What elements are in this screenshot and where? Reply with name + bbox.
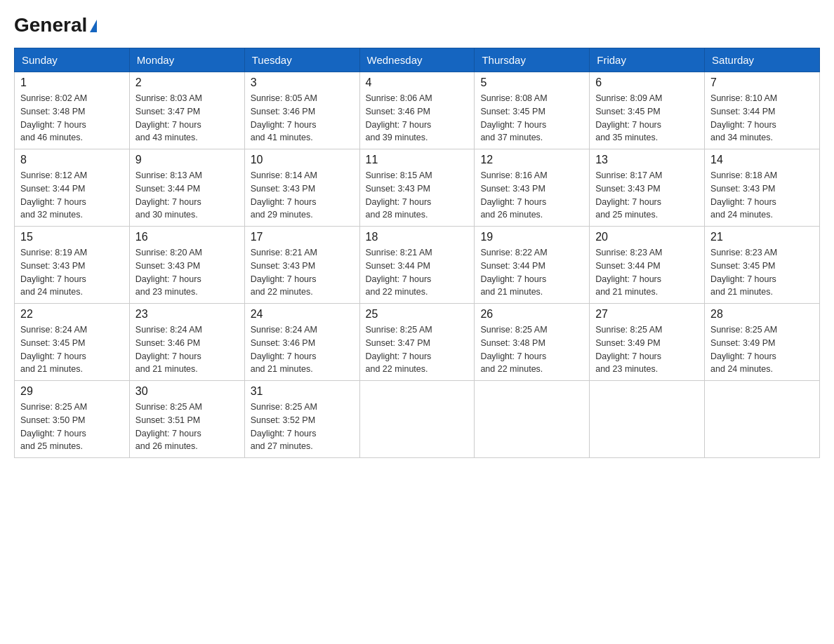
sunrise-text: Sunrise: 8:21 AM <box>251 248 317 257</box>
daylight-text: Daylight: 7 hours <box>595 197 661 207</box>
sunrise-text: Sunrise: 8:25 AM <box>135 402 202 412</box>
daylight-text: Daylight: 7 hours <box>595 274 661 284</box>
calendar-cell: 5 Sunrise: 8:08 AMSunset: 3:45 PMDayligh… <box>475 72 590 149</box>
sunrise-text: Sunrise: 8:25 AM <box>366 325 432 335</box>
daylight-minutes-text: and 21 minutes. <box>595 287 658 297</box>
sunrise-text: Sunrise: 8:25 AM <box>251 402 317 412</box>
sunset-text: Sunset: 3:43 PM <box>480 184 545 194</box>
daylight-text: Daylight: 7 hours <box>135 429 201 438</box>
daylight-text: Daylight: 7 hours <box>710 351 776 361</box>
daylight-text: Daylight: 7 hours <box>251 274 317 284</box>
day-number: 30 <box>135 385 239 398</box>
daylight-minutes-text: and 23 minutes. <box>135 287 198 297</box>
calendar-cell <box>359 381 475 458</box>
daylight-text: Daylight: 7 hours <box>480 197 546 207</box>
sunset-text: Sunset: 3:48 PM <box>480 338 545 348</box>
sunrise-text: Sunrise: 8:10 AM <box>710 93 777 103</box>
day-number: 24 <box>251 308 354 321</box>
daylight-text: Daylight: 7 hours <box>135 120 201 130</box>
day-info: Sunrise: 8:15 AMSunset: 3:43 PMDaylight:… <box>366 169 469 222</box>
daylight-text: Daylight: 7 hours <box>251 197 317 207</box>
day-number: 10 <box>251 154 354 166</box>
daylight-text: Daylight: 7 hours <box>480 120 546 130</box>
sunset-text: Sunset: 3:45 PM <box>480 107 545 116</box>
daylight-text: Daylight: 7 hours <box>595 120 661 130</box>
sunrise-text: Sunrise: 8:25 AM <box>595 325 662 335</box>
daylight-minutes-text: and 30 minutes. <box>135 210 198 220</box>
sunrise-text: Sunrise: 8:23 AM <box>710 248 777 257</box>
daylight-minutes-text: and 39 minutes. <box>366 133 428 142</box>
calendar-week-row: 29 Sunrise: 8:25 AMSunset: 3:50 PMDaylig… <box>15 381 820 458</box>
calendar-cell: 11 Sunrise: 8:15 AMSunset: 3:43 PMDaylig… <box>359 149 475 227</box>
daylight-text: Daylight: 7 hours <box>366 197 432 207</box>
day-info: Sunrise: 8:25 AMSunset: 3:49 PMDaylight:… <box>595 323 699 376</box>
calendar-cell: 17 Sunrise: 8:21 AMSunset: 3:43 PMDaylig… <box>244 227 359 304</box>
calendar-cell <box>590 381 705 458</box>
daylight-minutes-text: and 27 minutes. <box>251 441 313 451</box>
day-number: 8 <box>20 154 124 166</box>
day-number: 5 <box>480 76 583 89</box>
daylight-text: Daylight: 7 hours <box>135 197 201 207</box>
day-info: Sunrise: 8:10 AMSunset: 3:44 PMDaylight:… <box>710 92 814 145</box>
daylight-text: Daylight: 7 hours <box>20 197 86 207</box>
calendar-cell: 21 Sunrise: 8:23 AMSunset: 3:45 PMDaylig… <box>705 227 820 304</box>
daylight-minutes-text: and 28 minutes. <box>366 210 428 220</box>
calendar-cell: 24 Sunrise: 8:24 AMSunset: 3:46 PMDaylig… <box>244 304 359 381</box>
daylight-minutes-text: and 22 minutes. <box>366 364 428 374</box>
calendar-cell: 23 Sunrise: 8:24 AMSunset: 3:46 PMDaylig… <box>129 304 244 381</box>
daylight-text: Daylight: 7 hours <box>251 120 317 130</box>
day-number: 20 <box>595 231 699 243</box>
daylight-minutes-text: and 34 minutes. <box>710 133 773 142</box>
day-info: Sunrise: 8:05 AMSunset: 3:46 PMDaylight:… <box>251 92 354 145</box>
calendar-cell: 19 Sunrise: 8:22 AMSunset: 3:44 PMDaylig… <box>475 227 590 304</box>
day-number: 1 <box>20 76 124 89</box>
calendar-cell: 27 Sunrise: 8:25 AMSunset: 3:49 PMDaylig… <box>590 304 705 381</box>
day-number: 25 <box>366 308 469 321</box>
day-of-week-header: Wednesday <box>359 48 475 72</box>
day-info: Sunrise: 8:08 AMSunset: 3:45 PMDaylight:… <box>480 92 583 145</box>
daylight-text: Daylight: 7 hours <box>710 197 776 207</box>
daylight-minutes-text: and 23 minutes. <box>595 364 658 374</box>
sunset-text: Sunset: 3:44 PM <box>595 261 660 271</box>
daylight-text: Daylight: 7 hours <box>20 351 86 361</box>
daylight-minutes-text: and 24 minutes. <box>710 210 773 220</box>
calendar-cell: 10 Sunrise: 8:14 AMSunset: 3:43 PMDaylig… <box>244 149 359 227</box>
sunrise-text: Sunrise: 8:13 AM <box>135 170 202 180</box>
daylight-minutes-text: and 41 minutes. <box>251 133 313 142</box>
logo: General <box>14 14 97 34</box>
calendar-cell: 31 Sunrise: 8:25 AMSunset: 3:52 PMDaylig… <box>244 381 359 458</box>
daylight-text: Daylight: 7 hours <box>135 274 201 284</box>
daylight-text: Daylight: 7 hours <box>710 274 776 284</box>
sunset-text: Sunset: 3:43 PM <box>251 184 315 194</box>
sunset-text: Sunset: 3:43 PM <box>20 261 85 271</box>
calendar-cell: 8 Sunrise: 8:12 AMSunset: 3:44 PMDayligh… <box>15 149 130 227</box>
sunset-text: Sunset: 3:43 PM <box>251 261 315 271</box>
sunset-text: Sunset: 3:45 PM <box>20 338 85 348</box>
day-number: 2 <box>135 76 239 89</box>
sunrise-text: Sunrise: 8:24 AM <box>251 325 317 335</box>
calendar-cell: 7 Sunrise: 8:10 AMSunset: 3:44 PMDayligh… <box>705 72 820 149</box>
day-of-week-header: Thursday <box>475 48 590 72</box>
calendar-week-row: 8 Sunrise: 8:12 AMSunset: 3:44 PMDayligh… <box>15 149 820 227</box>
daylight-text: Daylight: 7 hours <box>20 429 86 438</box>
daylight-minutes-text: and 21 minutes. <box>251 364 313 374</box>
sunset-text: Sunset: 3:50 PM <box>20 415 85 425</box>
daylight-minutes-text: and 25 minutes. <box>20 441 83 451</box>
day-info: Sunrise: 8:25 AMSunset: 3:52 PMDaylight:… <box>251 401 354 453</box>
calendar-week-row: 1 Sunrise: 8:02 AMSunset: 3:48 PMDayligh… <box>15 72 820 149</box>
sunrise-text: Sunrise: 8:25 AM <box>480 325 547 335</box>
daylight-text: Daylight: 7 hours <box>20 120 86 130</box>
calendar-week-row: 15 Sunrise: 8:19 AMSunset: 3:43 PMDaylig… <box>15 227 820 304</box>
day-number: 18 <box>366 231 469 243</box>
day-number: 6 <box>595 76 699 89</box>
day-info: Sunrise: 8:02 AMSunset: 3:48 PMDaylight:… <box>20 92 124 145</box>
day-number: 22 <box>20 308 124 321</box>
day-info: Sunrise: 8:22 AMSunset: 3:44 PMDaylight:… <box>480 246 583 299</box>
day-number: 31 <box>251 385 354 398</box>
calendar-cell: 30 Sunrise: 8:25 AMSunset: 3:51 PMDaylig… <box>129 381 244 458</box>
calendar-cell: 9 Sunrise: 8:13 AMSunset: 3:44 PMDayligh… <box>129 149 244 227</box>
daylight-text: Daylight: 7 hours <box>366 351 432 361</box>
sunset-text: Sunset: 3:43 PM <box>595 184 660 194</box>
daylight-minutes-text: and 24 minutes. <box>20 287 83 297</box>
sunrise-text: Sunrise: 8:08 AM <box>480 93 547 103</box>
